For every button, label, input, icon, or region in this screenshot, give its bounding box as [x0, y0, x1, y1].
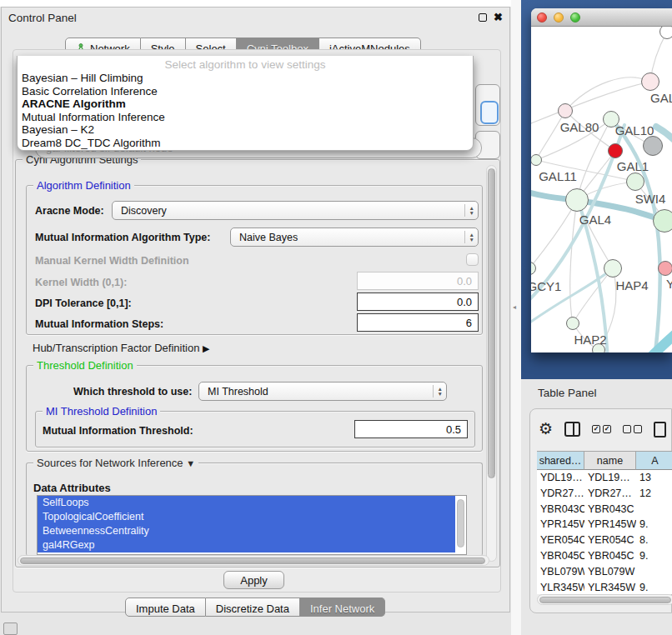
float-window-icon[interactable] — [479, 13, 487, 22]
tab-infer-network[interactable]: Infer Network — [300, 598, 385, 617]
combo-value: Naive Bayes — [239, 232, 298, 243]
mi-threshold-label: Mutual Information Threshold: — [43, 425, 193, 437]
chevron-down-icon[interactable]: ▼ — [186, 458, 195, 468]
kernel-width-label: Kernel Width (0,1): — [35, 277, 127, 288]
mi-algorithm-type-combo[interactable]: Naive Bayes ▲▼ — [230, 228, 479, 247]
split-view-icon[interactable] — [564, 422, 580, 437]
table-horizontal-scrollbar[interactable] — [537, 594, 672, 605]
network-node[interactable] — [604, 259, 622, 278]
dropdown-item[interactable]: Bayesian – Hill Climbing — [18, 72, 473, 85]
dropdown-item[interactable]: Basic Correlation Inference — [18, 85, 473, 98]
focused-combo-button-fragment — [480, 101, 499, 124]
right-workspace: GALGAL80GAL10GAL1GAL11SWI4GAL4GCY1HAP4YH… — [521, 0, 672, 635]
settings-gear-icon[interactable]: ⚙ — [539, 421, 553, 438]
which-threshold-label: Which threshold to use: — [73, 386, 192, 398]
list-item-selected[interactable]: BetweennessCentrality — [38, 524, 455, 538]
network-view-window[interactable]: GALGAL80GAL10GAL1GAL11SWI4GAL4GCY1HAP4YH… — [531, 8, 672, 352]
deselect-all-checkboxes-icon[interactable] — [623, 425, 642, 433]
aracne-mode-label: Aracne Mode: — [35, 205, 104, 217]
panel-splitter[interactable] — [511, 0, 521, 635]
network-node[interactable] — [643, 136, 663, 156]
list-item-selected[interactable]: SelfLoops — [38, 496, 455, 510]
table-row[interactable]: YLR345WYLR345W9. — [537, 580, 672, 594]
input-value: 0.5 — [446, 423, 461, 436]
table-row[interactable]: YDL19…YDL19…13 — [537, 470, 672, 486]
node-label: GAL4 — [579, 212, 611, 227]
control-panel-titlebar: Control Panel ✖ — [2, 8, 509, 28]
combo-value: Discovery — [121, 205, 167, 217]
table-toolbar: ⚙ ✓✓ — [539, 418, 672, 441]
dock-panel-icon[interactable] — [3, 622, 18, 635]
table-row[interactable]: YDR27…YDR27…12 — [537, 486, 672, 502]
minimize-traffic-light-icon[interactable] — [554, 12, 564, 22]
zoom-traffic-light-icon[interactable] — [570, 12, 580, 22]
table-row[interactable]: YBR043CYBR043C — [537, 502, 672, 518]
algorithm-definition-group: Algorithm Definition Aracne Mode: Discov… — [26, 185, 483, 335]
node-label: GAL — [650, 91, 672, 105]
aracne-mode-combo[interactable]: Discovery ▲▼ — [112, 201, 479, 220]
input-value: 6 — [466, 317, 472, 329]
network-node[interactable] — [658, 261, 672, 276]
network-node[interactable] — [626, 172, 644, 191]
threshold-definition-group: Threshold Definition Which threshold to … — [26, 365, 483, 452]
settings-horizontal-scrollbar[interactable] — [18, 555, 489, 566]
combo-value: MI Threshold — [208, 386, 268, 398]
dropdown-item[interactable]: Dream8 DC_TDC Algorithm — [18, 137, 473, 150]
settings-vertical-scrollbar[interactable] — [486, 165, 497, 562]
node-label: GAL10 — [615, 123, 654, 138]
close-icon[interactable]: ✖ — [494, 13, 503, 22]
network-node[interactable] — [558, 103, 573, 118]
column-header[interactable]: name — [584, 452, 636, 470]
node-attribute-table[interactable]: shared… name A YDL19…YDL19…13 YDR27…YDR2… — [537, 451, 672, 594]
mi-steps-input[interactable]: 6 — [357, 313, 479, 332]
close-traffic-light-icon[interactable] — [537, 12, 547, 22]
list-item-selected[interactable]: TopologicalCoefficient — [38, 510, 455, 524]
scrollbar-thumb[interactable] — [488, 168, 495, 478]
dropdown-item[interactable]: Mutual Information Inference — [18, 111, 473, 124]
spinner-arrows-icon: ▲▼ — [433, 385, 443, 398]
group-title: Sources for Network Inference ▼ — [33, 457, 198, 469]
scrollbar-thumb[interactable] — [539, 597, 671, 603]
which-threshold-combo[interactable]: MI Threshold ▲▼ — [198, 382, 447, 401]
splitter-handle-icon[interactable]: ◂ — [513, 303, 516, 311]
column-header[interactable]: A — [636, 452, 672, 470]
network-node[interactable] — [653, 209, 672, 232]
list-item-selected[interactable]: gal4RGexp — [38, 538, 455, 552]
table-row[interactable]: YER054CYER054C8. — [537, 532, 672, 548]
table-row[interactable]: YPR145WYPR145W9. — [537, 517, 672, 532]
table-row[interactable]: YBR045CYBR045C9. — [537, 548, 672, 564]
dpi-tolerance-input[interactable]: 0.0 — [357, 292, 479, 311]
group-title: MI Threshold Definition — [43, 405, 160, 418]
dropdown-item-highlighted[interactable]: ARACNE Algorithm — [18, 98, 473, 111]
chevron-right-icon: ▶ — [203, 343, 209, 353]
list-scrollbar-thumb[interactable] — [457, 499, 464, 548]
node-label: GAL11 — [539, 169, 577, 183]
dropdown-item[interactable]: Bayesian – K2 — [18, 123, 473, 137]
button-label: Apply — [240, 574, 268, 587]
data-attributes-list[interactable]: SelfLoops TopologicalCoefficient Between… — [37, 495, 467, 555]
column-header[interactable]: shared… — [537, 452, 584, 470]
node-label: SWI4 — [635, 192, 666, 206]
network-canvas[interactable]: GALGAL80GAL10GAL1GAL11SWI4GAL4GCY1HAP4YH… — [531, 27, 672, 352]
table-row[interactable]: YBL079WYBL079W — [537, 564, 672, 580]
node-label: HAP4 — [615, 278, 648, 292]
node-label: Y — [666, 277, 672, 291]
apply-button[interactable]: Apply — [223, 571, 284, 589]
tab-impute-data[interactable]: Impute Data — [125, 598, 206, 617]
manual-kernel-checkbox[interactable] — [466, 253, 479, 266]
scrollbar-thumb[interactable] — [20, 558, 485, 564]
network-node[interactable] — [608, 143, 623, 158]
network-node[interactable] — [659, 27, 672, 39]
mi-threshold-input[interactable]: 0.5 — [354, 420, 468, 438]
tab-discretize-data[interactable]: Discretize Data — [206, 598, 300, 617]
cyni-bottom-tabbar: Impute Data Discretize Data Infer Networ… — [125, 598, 385, 617]
network-node[interactable] — [566, 317, 579, 330]
select-all-checkboxes-icon[interactable]: ✓✓ — [592, 425, 611, 433]
network-node[interactable] — [641, 72, 659, 91]
kernel-width-input[interactable]: 0.0 — [357, 272, 479, 290]
network-window-titlebar[interactable] — [531, 8, 672, 27]
spinner-arrows-icon: ▲▼ — [464, 231, 474, 243]
file-icon[interactable] — [654, 422, 666, 438]
hub-transcription-expander[interactable]: Hub/Transcription Factor Definition ▶ — [33, 342, 209, 354]
network-node[interactable] — [565, 188, 589, 212]
